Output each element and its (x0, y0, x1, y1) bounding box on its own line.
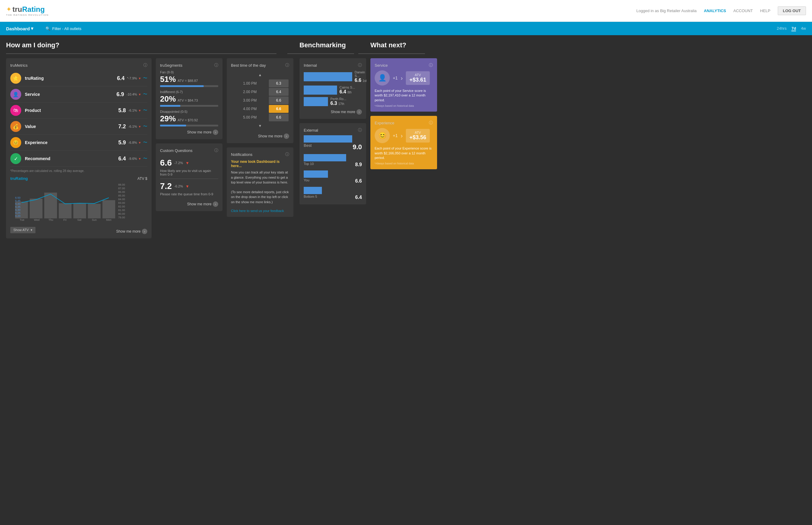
experience-whatnext-info-icon[interactable]: ⓘ (429, 120, 433, 125)
experience-whatnext-note: *Always based on historical data (375, 162, 433, 165)
svg-text:Fri: Fri (63, 219, 67, 221)
svg-text:82.00: 82.00 (118, 205, 125, 208)
trumetrics-info-icon[interactable]: ⓘ (143, 62, 147, 68)
internal-bar-1 (304, 72, 352, 81)
metric-note: *Percentages are calculated vs. rolling … (10, 169, 147, 172)
value-change: -6.1% (128, 125, 137, 128)
service-score: 6.9 (116, 91, 124, 97)
time-nav-up[interactable]: ▲ (232, 71, 288, 79)
ext-row-bottom5: Bottom 5 6.4 (304, 187, 362, 200)
experience-whatnext-description: Each point of your Experience score is w… (375, 146, 433, 160)
time-7d[interactable]: 7d (791, 26, 796, 31)
indifferent-pct: 20% (160, 94, 176, 104)
logout-button[interactable]: LOG OUT (778, 6, 806, 15)
service-whatnext-description: Each point of your Service score is wort… (375, 89, 433, 103)
svg-text:6.30: 6.30 (15, 208, 21, 211)
chart-controls: Show ATV ▾ Show me more › (10, 226, 147, 234)
svg-rect-5 (88, 204, 100, 219)
show-more-metrics[interactable]: Show me more › (116, 229, 147, 234)
cq2-question: Please rate the queue time from 0-9 (160, 192, 218, 196)
time-4: 4.00 PM (232, 105, 268, 113)
custom-questions-info-icon[interactable]: ⓘ (214, 148, 218, 153)
ext-label-bottom5: Bottom 5 (304, 195, 317, 200)
experience-emoji-icon: 😊 (378, 132, 387, 139)
main-content: How am I doing? Benchmarking What next? … (0, 35, 812, 244)
svg-rect-6 (103, 200, 115, 219)
notifications-title: Notifications (231, 152, 252, 157)
service-whatnext-title: Service (375, 63, 388, 68)
internal-row-2: Cairns S... 6.4 8th (304, 86, 362, 95)
dashboard-button[interactable]: Dashboard ▾ (6, 26, 33, 31)
svg-rect-3 (59, 203, 72, 219)
external-info-icon[interactable]: ⓘ (358, 127, 362, 133)
chart-svg: 88.00 87.00 86.00 85.00 84.00 83.00 82.0… (10, 182, 147, 221)
time-nav-down[interactable]: ▼ (232, 122, 288, 130)
time-row-4: 4.00 PM 6.6 (232, 105, 288, 113)
cq2-score: 7.2 (160, 181, 172, 191)
trusegments-info-icon[interactable]: ⓘ (214, 62, 218, 68)
time-24h[interactable]: 24hrs (777, 26, 787, 31)
show-more-besttime[interactable]: Show me more › (231, 133, 289, 139)
service-arrow-icon: › (401, 75, 403, 81)
internal-row-3: Perth Ro... 6.3 17th (304, 97, 362, 106)
svg-text:6.40: 6.40 (15, 202, 21, 205)
internal-info-icon[interactable]: ⓘ (358, 62, 362, 68)
benchmarking-column: Internal ⓘ Darwin S... 6.6 1st (299, 58, 366, 205)
service-whatnext-info-icon[interactable]: ⓘ (429, 62, 433, 68)
service-whatnext-note: *Always based on historical data (375, 104, 433, 107)
show-atv-button[interactable]: Show ATV ▾ (10, 227, 35, 233)
recommend-name: Recommend (25, 156, 118, 161)
time-2: 2.00 PM (232, 88, 268, 96)
chart-label: truRating (10, 176, 28, 181)
besttime-info-icon[interactable]: ⓘ (285, 62, 289, 68)
svg-text:85.00: 85.00 (118, 194, 125, 197)
internal-rank-1: 1st (362, 79, 366, 82)
notifications-info-icon[interactable]: ⓘ (285, 152, 289, 157)
svg-text:Sun: Sun (92, 219, 97, 221)
middle-columns: truSegments ⓘ Fan (8-9) 51% ATV = $88.87 (156, 58, 295, 217)
internal-bar-3 (304, 97, 328, 106)
logo-star-icon: ✦ (6, 5, 12, 13)
experience-arrow-icon: ▼ (138, 141, 141, 144)
notif-headline: Your new look Dashboard is here... (231, 160, 289, 168)
experience-trend-icon: 〜 (143, 140, 147, 145)
besttime-arrow-icon: › (284, 133, 289, 139)
notifications-card: Notifications ⓘ Your new look Dashboard … (227, 147, 293, 217)
service-arrow-icon: ▼ (138, 93, 141, 96)
trurating-trend-icon: 〜 (143, 76, 147, 81)
besttime-notifications-column: Best time of the day ⓘ ▲ 1.00 PM 6.3 (227, 58, 293, 217)
internal-title: Internal (304, 63, 317, 68)
internal-header: Internal ⓘ (304, 62, 362, 68)
svg-rect-4 (73, 203, 86, 219)
show-more-cq[interactable]: Show me more › (160, 201, 218, 207)
disappointed-atv: ATV = $70.92 (177, 118, 198, 122)
internal-rank-2: 8th (347, 91, 352, 94)
filter-button[interactable]: 🔍 Filter - All outlets (45, 26, 81, 31)
internal-name-3: Perth Ro... (330, 97, 346, 101)
whatnext-column: Service ⓘ 👤 +1 › ATV +$3.61 Ea (370, 58, 437, 169)
time-row-5: 5.00 PM 6.6 (232, 114, 288, 121)
recommend-icon: ✓ (10, 153, 21, 164)
trurating-change: *-7.9% (127, 76, 137, 80)
indifferent-bar (160, 105, 218, 107)
logged-in-label: Logged in as Big Retailer Australia (637, 9, 697, 13)
metric-row-trurating: ⭐ truRating 6.4 *-7.9% ▼ 〜 (10, 70, 147, 87)
nav-help[interactable]: HELP (760, 9, 770, 13)
dropdown-icon: ▾ (31, 228, 32, 232)
product-change: -6.1% (128, 108, 137, 112)
feedback-link[interactable]: Click here to send us your feedback (231, 209, 289, 213)
nav-account[interactable]: ACCOUNT (734, 9, 753, 13)
time-4w[interactable]: 4w (801, 26, 806, 31)
cq1-change: -7.2% (174, 161, 183, 165)
svg-text:Wed: Wed (34, 219, 40, 221)
metric-row-product: 🛍 Product 5.8 -6.1% ▼ 〜 (10, 103, 147, 119)
internal-name-1: Darwin S... (355, 70, 367, 78)
cq-item-2: 7.2 -6.2% ▼ Please rate the queue time f… (160, 179, 218, 198)
service-person-icon: 👤 (378, 74, 387, 82)
time-3: 3.00 PM (232, 96, 268, 104)
show-more-internal[interactable]: Show me more › (304, 109, 362, 115)
svg-rect-1 (30, 199, 43, 219)
show-more-segments[interactable]: Show me more › (160, 130, 218, 135)
cq2-arrow-icon: ▼ (186, 184, 189, 189)
nav-analytics[interactable]: ANALYTICS (704, 9, 726, 13)
